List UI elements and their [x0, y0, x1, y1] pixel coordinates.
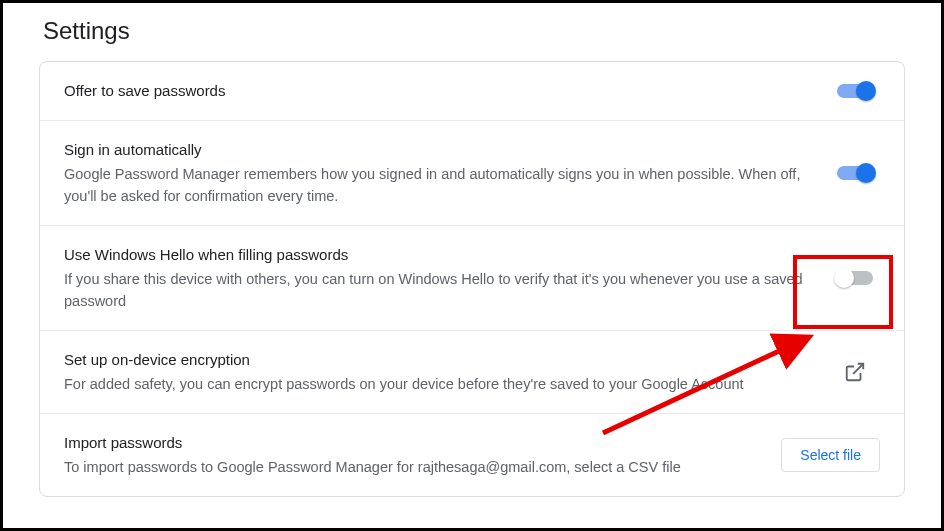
row-title: Use Windows Hello when filling passwords [64, 244, 810, 266]
row-title: Offer to save passwords [64, 80, 810, 102]
external-link-icon[interactable] [844, 361, 866, 383]
row-desc: For added safety, you can encrypt passwo… [64, 373, 810, 395]
windows-hello-toggle[interactable] [837, 271, 873, 285]
row-title: Sign in automatically [64, 139, 810, 161]
offer-save-passwords-toggle[interactable] [837, 84, 873, 98]
row-offer-save-passwords: Offer to save passwords [40, 62, 904, 121]
select-file-button[interactable]: Select file [781, 438, 880, 472]
row-desc: To import passwords to Google Password M… [64, 456, 761, 478]
row-windows-hello: Use Windows Hello when filling passwords… [40, 226, 904, 331]
sign-in-auto-toggle[interactable] [837, 166, 873, 180]
row-title: Import passwords [64, 432, 761, 454]
settings-card: Offer to save passwords Sign in automati… [39, 61, 905, 497]
page-title: Settings [3, 3, 941, 61]
svg-line-0 [853, 364, 863, 374]
row-desc: Google Password Manager remembers how yo… [64, 163, 810, 207]
row-desc: If you share this device with others, yo… [64, 268, 810, 312]
row-on-device-encryption[interactable]: Set up on-device encryption For added sa… [40, 331, 904, 414]
row-import-passwords: Import passwords To import passwords to … [40, 414, 904, 496]
row-sign-in-automatically: Sign in automatically Google Password Ma… [40, 121, 904, 226]
row-title: Set up on-device encryption [64, 349, 810, 371]
